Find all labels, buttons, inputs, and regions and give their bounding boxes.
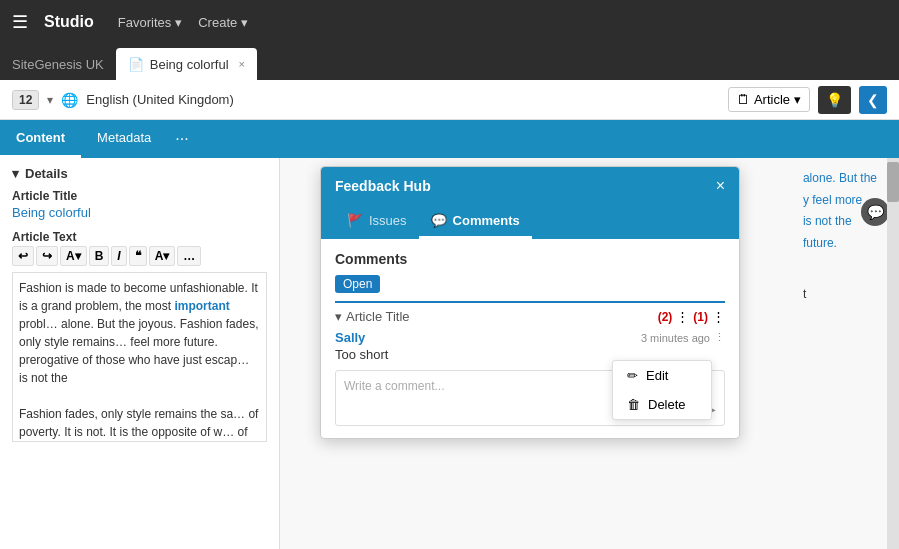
content-tabs: Content Metadata ··· [0, 120, 899, 158]
bg-text-line1: alone. But the [803, 168, 877, 190]
bg-text-line4: future. [803, 233, 877, 255]
article-page-icon: 🗒 [737, 92, 750, 107]
article-chevron-icon: ▾ [794, 92, 801, 107]
favorites-label: Favorites [118, 15, 171, 30]
chevron-down-icon: ▾ [12, 166, 19, 181]
article-title-section: ▾ Article Title (2) ⋮ (1) ⋮ Sally [335, 301, 725, 362]
more-editor-button[interactable]: … [177, 246, 201, 266]
tab-sitegenesis[interactable]: SiteGenesis UK [0, 48, 116, 80]
article-title-field-value: Being colorful [12, 205, 267, 220]
article-title-section-label: Article Title [346, 309, 410, 324]
create-label: Create [198, 15, 237, 30]
comment-user-row: Sally 3 minutes ago ⋮ [335, 330, 725, 345]
right-panel: 💬 alone. But the y feel more is not the … [280, 158, 899, 549]
tab-metadata[interactable]: Metadata [81, 120, 167, 158]
version-badge: 12 [12, 90, 39, 110]
hamburger-menu-icon[interactable]: ☰ [12, 11, 28, 33]
tab-file-icon: 📄 [128, 57, 144, 72]
main-area: ▾ Details Article Title Being colorful A… [0, 158, 899, 549]
article-title-row: ▾ Article Title (2) ⋮ (1) ⋮ [335, 309, 725, 324]
italic-button[interactable]: I [111, 246, 126, 266]
comments-bubble-icon: 💬 [431, 213, 447, 228]
undo-button[interactable]: ↩ [12, 246, 34, 266]
details-label: Details [25, 166, 68, 181]
article-text-editor[interactable]: Fashion is made to become unfashionable.… [12, 272, 267, 442]
delete-label: Delete [648, 397, 686, 412]
globe-icon: 🌐 [61, 92, 78, 108]
more-options-2-icon[interactable]: ⋮ [676, 309, 689, 324]
bg-text-line3: is not the [803, 211, 877, 233]
bg-text-line2: y feel more [803, 190, 877, 212]
quote-button[interactable]: ❝ [129, 246, 147, 266]
bg-text-line5: t [803, 284, 877, 306]
comment-user-name: Sally [335, 330, 365, 345]
comment-meta: 3 minutes ago ⋮ [641, 331, 725, 344]
language-label: English (United Kingdom) [86, 92, 233, 107]
feedback-tab-comments[interactable]: 💬 Comments [419, 205, 532, 239]
tab-metadata-label: Metadata [97, 130, 151, 145]
bold-button[interactable]: B [89, 246, 110, 266]
tab-bar: SiteGenesis UK 📄 Being colorful × [0, 44, 899, 80]
top-navigation: ☰ Studio Favorites ▾ Create ▾ [0, 0, 899, 44]
favorites-menu[interactable]: Favorites ▾ [118, 15, 182, 30]
tab-content[interactable]: Content [0, 120, 81, 158]
delete-icon: 🗑 [627, 397, 640, 412]
more-options-icon[interactable]: ··· [167, 130, 196, 148]
comment-time: 3 minutes ago [641, 332, 710, 344]
context-menu-delete[interactable]: 🗑 Delete [613, 390, 711, 419]
editor-toolbar: ↩ ↪ A▾ B I ❝ A▾ … [12, 246, 267, 266]
create-menu[interactable]: Create ▾ [198, 15, 248, 30]
context-menu-edit[interactable]: ✏ Edit [613, 361, 711, 390]
article-title-field-label: Article Title [12, 189, 267, 203]
scrollbar-thumb [887, 162, 899, 202]
feedback-tab-issues-label: Issues [369, 213, 407, 228]
article-text-para1: Fashion is made to become unfashionable.… [19, 281, 258, 385]
left-panel: ▾ Details Article Title Being colorful A… [0, 158, 280, 549]
feedback-hub-header: Feedback Hub × [321, 167, 739, 205]
article-button-label: Article [754, 92, 790, 107]
chevron-icon-section: ▾ [335, 309, 342, 324]
tab-close-icon[interactable]: × [239, 58, 245, 70]
lightbulb-button[interactable]: 💡 [818, 86, 851, 114]
feedback-tab-comments-label: Comments [453, 213, 520, 228]
context-menu: ✏ Edit 🗑 Delete [612, 360, 712, 420]
favorites-chevron-icon: ▾ [175, 15, 182, 30]
redo-button[interactable]: ↪ [36, 246, 58, 266]
version-chevron-icon[interactable]: ▾ [47, 93, 53, 107]
toolbar-row: 12 ▾ 🌐 English (United Kingdom) 🗒 Articl… [0, 80, 899, 120]
edit-label: Edit [646, 368, 668, 383]
count-badge-1: (1) [693, 310, 708, 324]
font-color-button[interactable]: A▾ [149, 246, 176, 266]
edit-icon: ✏ [627, 368, 638, 383]
article-text-para2: Fashion fades, only style remains the sa… [19, 407, 258, 442]
comment-more-icon[interactable]: ⋮ [714, 331, 725, 344]
comments-section-title: Comments [335, 251, 725, 267]
article-button[interactable]: 🗒 Article ▾ [728, 87, 810, 112]
feedback-hub-tabs: 🚩 Issues 💬 Comments [321, 205, 739, 239]
tab-being-colorful[interactable]: 📄 Being colorful × [116, 48, 257, 80]
feedback-hub-title: Feedback Hub [335, 178, 431, 194]
issues-flag-icon: 🚩 [347, 213, 363, 228]
font-size-button[interactable]: A▾ [60, 246, 87, 266]
count-badge-2: (2) [658, 310, 673, 324]
feedback-hub-close-button[interactable]: × [716, 177, 725, 195]
create-chevron-icon: ▾ [241, 15, 248, 30]
tab-sitegenesis-label: SiteGenesis UK [12, 57, 104, 72]
right-scrollbar[interactable] [887, 158, 899, 549]
back-arrow-button[interactable]: ❮ [859, 86, 887, 114]
details-section-header[interactable]: ▾ Details [12, 166, 267, 181]
tab-being-colorful-label: Being colorful [150, 57, 229, 72]
article-text-field-label: Article Text [12, 230, 267, 244]
more-options-1-icon[interactable]: ⋮ [712, 309, 725, 324]
article-title-label: ▾ Article Title [335, 309, 410, 324]
tab-content-label: Content [16, 130, 65, 145]
studio-logo: Studio [44, 13, 94, 31]
open-status-badge: Open [335, 275, 380, 293]
feedback-tab-issues[interactable]: 🚩 Issues [335, 205, 419, 239]
